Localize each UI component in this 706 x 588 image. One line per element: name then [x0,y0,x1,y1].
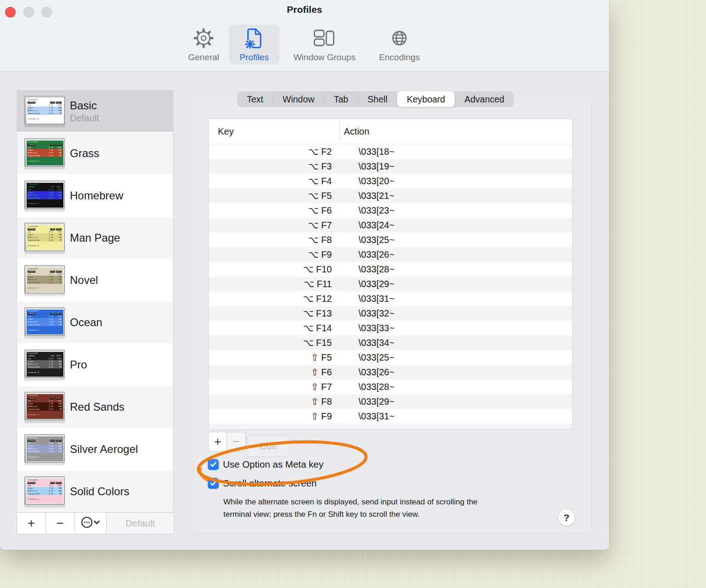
key-binding-row[interactable]: ⇧ F9\033[31~ [209,409,572,424]
remove-profile-button[interactable]: − [46,513,75,534]
key-binding-row[interactable]: ⌥ F3\033[19~ [209,159,572,174]
profile-row-basic[interactable]: Terminal#COMMAND%CPURPRVTtop4.1%231KXcod… [17,90,173,132]
action-cell: \033[25~ [332,235,394,245]
profile-list: Terminal#COMMAND%CPURPRVTtop4.1%231KXcod… [17,90,173,513]
key-binding-row[interactable]: ⌥ F9\033[26~ [209,247,572,262]
key-binding-row[interactable]: ⌥ F11\033[29~ [209,277,572,291]
tab-tab[interactable]: Tab [324,91,358,107]
profile-name: Silver Aerogel [70,443,138,456]
profile-name: Solid Colors [70,485,129,498]
profile-thumbnail: Terminal#COMMAND%CPURPRVTtop4.1%231KXcod… [24,181,65,213]
key-cell: ⌥ F15 [209,337,332,348]
action-cell: \033[31~ [332,411,394,422]
key-binding-row[interactable]: ⌥ F7\033[24~ [209,218,572,232]
profile-row-solid-colors[interactable]: Terminal#COMMAND%CPURPRVTtop4.1%231KXcod… [17,471,173,512]
action-cell: \033[19~ [332,161,394,172]
key-binding-row[interactable]: ⌥ F13\033[32~ [209,306,572,321]
key-binding-row[interactable]: ⌥ F10\033[28~ [209,262,572,277]
checkbox-checked-icon[interactable] [208,459,219,470]
key-cell: ⌥ F10 [209,264,332,275]
action-cell: \033[34~ [332,338,394,348]
tab-text[interactable]: Text [237,91,273,107]
toolbar-item-label: Encodings [379,52,420,62]
use-option-as-meta-checkbox-row[interactable]: Use Option as Meta key [208,458,324,470]
column-header-action: Action [332,126,370,137]
more-options-button[interactable] [75,513,107,534]
profile-thumbnail: Terminal#COMMAND%CPURPRVTtop4.1%231KXcod… [24,223,65,255]
thumbnail-reflection [24,125,65,128]
profile-name: Man Page [70,232,120,244]
toolbar-item-label: Window Groups [293,52,355,62]
profile-list-footer: + − Default [17,512,174,534]
profile-name: Ocean [70,316,102,329]
help-button[interactable]: ? [558,509,575,526]
thumbnail-reflection [24,505,65,509]
key-cell: ⌥ F12 [209,293,332,304]
tab-keyboard[interactable]: Keyboard [397,91,455,107]
column-header-key: Key [209,126,332,137]
profile-document-icon [244,28,264,49]
key-binding-row[interactable]: ⌥ F8\033[25~ [209,232,572,247]
key-binding-row[interactable]: ⌥ F5\033[21~ [209,188,572,203]
add-key-binding-button[interactable]: + [208,432,227,452]
tab-shell[interactable]: Shell [358,91,397,107]
key-cell: ⇧ F5 [209,352,332,363]
tab-window[interactable]: Window [273,91,324,107]
profile-name: Pro [70,358,87,371]
action-cell: \033[28~ [332,264,394,275]
profile-row-silver-aerogel[interactable]: Terminal#COMMAND%CPURPRVTtop4.1%231KXcod… [17,429,173,470]
key-binding-row[interactable]: ⌥ F2\033[18~ [209,144,572,159]
key-binding-row[interactable]: ⌥ F15\033[34~ [209,335,572,350]
key-binding-row[interactable]: ⇧ F7\033[28~ [209,379,572,394]
profile-row-red-sands[interactable]: Terminal#COMMAND%CPURPRVTtop4.1%231KXcod… [17,386,173,428]
key-cell: ⌥ F4 [209,175,332,187]
thumbnail-reflection [24,209,65,213]
profile-name: Red Sands [70,401,125,413]
column-divider [339,122,340,141]
action-cell: \033[25~ [332,352,394,363]
gear-icon [193,28,214,49]
profile-list-panel: Terminal#COMMAND%CPURPRVTtop4.1%231KXcod… [17,90,173,534]
thumbnail-reflection [24,252,65,255]
key-binding-row[interactable]: ⇧ F8\033[29~ [209,394,572,409]
default-profile-button[interactable]: Default [107,513,174,534]
checkbox-checked-icon[interactable] [208,478,219,489]
scroll-alternate-screen-checkbox-row[interactable]: Scroll alternate screen [208,477,317,489]
profile-row-pro[interactable]: Terminal#COMMAND%CPURPRVTtop4.1%231KXcod… [17,344,173,385]
key-bindings-table: Key Action ⌥ F2\033[18~⌥ F3\033[19~⌥ F4\… [208,119,573,430]
window-title: Profiles [0,4,609,15]
key-binding-row[interactable]: ⇧ F5\033[25~ [209,350,572,365]
key-cell: ⌥ F3 [209,161,332,172]
action-cell: \033[32~ [332,308,394,319]
key-binding-row[interactable]: ⇧ F6\033[26~ [209,365,572,379]
toolbar-item-encodings[interactable]: Encodings [372,25,427,64]
key-binding-row[interactable]: ⌥ F6\033[23~ [209,203,572,218]
profile-row-novel[interactable]: Terminal#COMMAND%CPURPRVTtop4.1%231KXcod… [17,260,173,301]
key-binding-row[interactable]: ⌥ F14\033[33~ [209,321,572,335]
key-cell: ⌥ F5 [209,190,332,201]
profile-row-grass[interactable]: Terminal#COMMAND%CPURPRVTtop4.1%231KXcod… [17,133,173,174]
edit-key-binding-button[interactable]: Edit [247,435,290,457]
preferences-window: Profiles General [0,0,609,550]
profile-row-ocean[interactable]: Terminal#COMMAND%CPURPRVTtop4.1%231KXcod… [17,302,173,343]
key-binding-row[interactable]: ⌥ F12\033[31~ [209,291,572,306]
profile-thumbnail: Terminal#COMMAND%CPURPRVTtop4.1%231KXcod… [24,434,65,466]
action-cell: \033[24~ [332,220,394,231]
key-cell: ⌥ F2 [209,146,332,157]
toolbar-item-general[interactable]: General [182,25,226,64]
checkbox-label: Scroll alternate screen [223,478,317,489]
toolbar-item-window-groups[interactable]: Window Groups [285,25,364,64]
thumbnail-reflection [24,463,65,466]
key-binding-row[interactable]: ⌥ F4\033[20~ [209,174,572,188]
tab-advanced[interactable]: Advanced [455,91,514,107]
key-cell: ⌥ F8 [209,234,332,245]
profile-row-homebrew[interactable]: Terminal#COMMAND%CPURPRVTtop4.1%231KXcod… [17,175,173,216]
globe-icon [389,28,410,49]
profile-thumbnail: Terminal#COMMAND%CPURPRVTtop4.1%231KXcod… [24,307,65,339]
profile-row-man-page[interactable]: Terminal#COMMAND%CPURPRVTtop4.1%231KXcod… [17,217,173,259]
profile-name: Grass [70,147,99,160]
key-cell: ⌥ F11 [209,278,332,289]
toolbar-item-profiles[interactable]: Profiles [229,25,279,64]
remove-key-binding-button[interactable]: − [227,432,245,452]
add-profile-button[interactable]: + [17,513,46,534]
